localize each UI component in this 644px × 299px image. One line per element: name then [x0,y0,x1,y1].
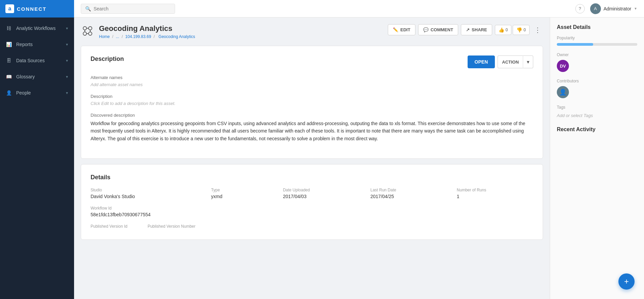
sidebar-logo: a CONNECT [0,0,74,17]
user-menu[interactable]: A Administrator ▼ [590,3,637,14]
action-dropdown-button[interactable]: ▼ [523,55,533,68]
edit-button[interactable]: ✏️ EDIT [388,24,415,35]
published-version-number-label: Published Version Number [147,224,195,229]
published-version-id-col: Published Version Id [91,224,127,230]
upvote-button[interactable]: 👍 0 [495,25,512,35]
detail-value: 2017/04/03 [283,194,357,199]
published-version-id-label: Published Version Id [91,224,127,229]
description-value: Click Edit to add a description for this… [91,101,533,106]
owner-section: Owner DV [557,52,637,72]
downvote-button[interactable]: 👎 0 [513,25,530,35]
popularity-bar [557,43,637,46]
nav-icon-data-sources: 🗄 [5,57,12,64]
app-name: CONNECT [17,6,46,12]
contributor-avatar[interactable]: 👤 [557,86,569,98]
thumbs-up-icon: 👍 [499,27,504,33]
sidebar-item-reports[interactable]: 📊 Reports ▼ [0,36,74,52]
svg-point-0 [83,27,87,30]
page-title-area: Geocoding Analytics Home / ... / 104.199… [81,24,197,39]
detail-label: Workflow Id [91,206,198,211]
chevron-icon-analytic-workflows: ▼ [65,27,69,30]
action-button[interactable]: ACTION [498,55,523,68]
search-icon: 🔍 [85,6,91,11]
comment-icon: 💬 [423,27,429,32]
chevron-icon-people: ▼ [65,91,69,95]
detail-col-date-uploaded: Date Uploaded 2017/04/03 [283,188,357,199]
comment-button[interactable]: 💬 COMMENT [418,24,458,35]
contributors-label: Contributors [557,79,637,83]
chevron-icon-glossary: ▼ [65,75,69,79]
tags-label: Tags [557,105,637,110]
user-name: Administrator [604,6,631,11]
description-label: Description [91,94,533,99]
vote-buttons: 👍 0 👎 0 [495,25,530,35]
nav-icon-glossary: 📖 [5,73,12,80]
breadcrumb-ellipsis[interactable]: ... [116,34,119,39]
topbar-right: ? A Administrator ▼ [575,3,637,14]
breadcrumb-sep3: / [154,34,156,39]
sidebar-item-analytic-workflows[interactable]: ⛓ Analytic Workflows ▼ [0,20,74,36]
main-area: 🔍 ? A Administrator ▼ [74,0,644,299]
tags-input[interactable]: Add or select Tags [557,113,593,118]
description-card: Description OPEN ACTION ▼ Alternate name… [81,46,543,159]
detail-col-studio: Studio David Vonka's Studio [91,188,198,199]
published-version-number-col: Published Version Number [147,224,195,230]
detail-value: 58e1fdc13fbeb70930677554 [91,212,198,217]
detail-col-workflow-id: Workflow Id 58e1fdc13fbeb70930677554 [91,206,198,217]
owner-label: Owner [557,52,637,57]
nav-icon-analytic-workflows: ⛓ [5,25,12,32]
detail-label: Type [211,188,269,192]
discovered-description-field: Discovered description Workflow for geoc… [91,113,533,142]
share-icon: ↗ [466,27,470,32]
nav-label-people: People [16,90,31,96]
open-button[interactable]: OPEN [468,55,495,68]
page-icon [81,24,94,38]
owner-avatar[interactable]: DV [557,60,569,72]
description-field: Description Click Edit to add a descript… [91,94,533,106]
downvote-count: 0 [523,28,526,32]
detail-col-type: Type yxmd [211,188,269,199]
right-sidebar: Asset Details Popularity Owner DV Contri… [550,17,644,299]
topbar: 🔍 ? A Administrator ▼ [74,0,644,17]
content-area: Geocoding Analytics Home / ... / 104.199… [74,17,644,299]
detail-col-number-of-runs: Number of Runs 1 [457,188,533,199]
detail-label: Date Uploaded [283,188,357,192]
published-details: Published Version Id Published Version N… [91,224,533,230]
detail-value: 2017/04/25 [370,194,443,199]
help-button[interactable]: ? [575,4,585,13]
page-content: Geocoding Analytics Home / ... / 104.199… [74,17,550,299]
user-chevron-icon: ▼ [634,7,637,10]
page-title-text: Geocoding Analytics Home / ... / 104.199… [99,24,197,39]
page-header: Geocoding Analytics Home / ... / 104.199… [81,24,543,39]
share-button[interactable]: ↗ SHARE [461,24,492,35]
detail-col-last-run-date: Last Run Date 2017/04/25 [370,188,443,199]
edit-icon: ✏️ [393,27,398,32]
recent-activity-title: Recent Activity [557,126,637,133]
sidebar-nav: ⛓ Analytic Workflows ▼ 📊 Reports ▼ 🗄 Dat… [0,17,74,299]
nav-icon-reports: 📊 [5,41,12,48]
breadcrumb-home[interactable]: Home [99,34,110,39]
page-title: Geocoding Analytics [99,24,197,33]
breadcrumb: Home / ... / 104.199.83.69 / Geocoding A… [99,34,197,39]
tags-section: Tags Add or select Tags [557,105,637,118]
detail-value: David Vonka's Studio [91,194,198,199]
nav-label-data-sources: Data Sources [16,58,45,63]
breadcrumb-ip[interactable]: 104.199.83.69 [125,34,151,39]
sidebar-item-people[interactable]: 👤 People ▼ [0,85,74,101]
fab-button[interactable]: + [618,273,635,290]
thumbs-down-icon: 👎 [516,27,522,33]
popularity-section: Popularity [557,36,637,46]
details-card: Details Studio David Vonka's Studio Type… [81,164,543,240]
sidebar-item-data-sources[interactable]: 🗄 Data Sources ▼ [0,52,74,69]
nav-label-reports: Reports [16,42,33,47]
contributors-section: Contributors 👤 [557,79,637,98]
search-input[interactable] [94,6,171,11]
more-options-button[interactable]: ⋮ [532,25,543,35]
detail-label: Number of Runs [457,188,533,192]
search-box[interactable]: 🔍 [81,4,175,14]
detail-label: Last Run Date [370,188,443,192]
description-actions: OPEN ACTION ▼ [468,55,533,68]
logo-icon: a [5,4,14,13]
sidebar-item-glossary[interactable]: 📖 Glossary ▼ [0,69,74,85]
svg-point-2 [83,32,87,35]
